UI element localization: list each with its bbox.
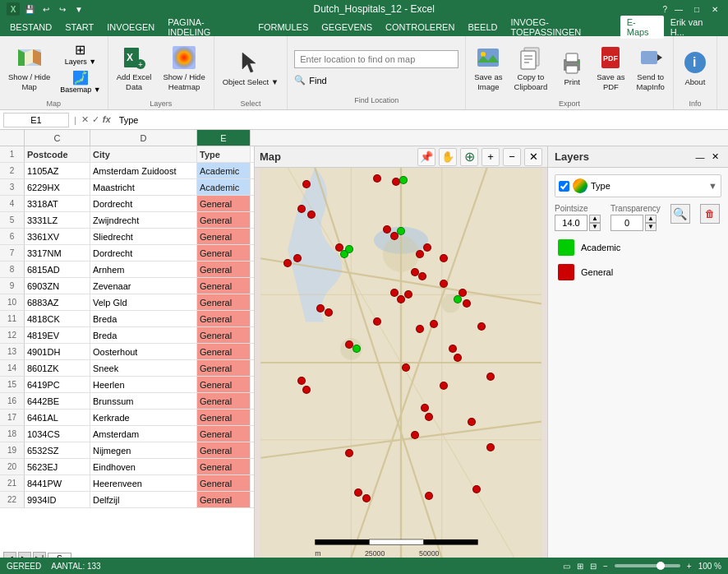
find-button[interactable]: 🔍 Find — [294, 75, 458, 86]
cell-e18[interactable]: General — [197, 426, 251, 442]
cell-c22[interactable]: 9934ID — [25, 492, 90, 507]
menu-controleren[interactable]: CONTROLEREN — [379, 21, 461, 34]
row-num-10[interactable]: 10 — [0, 294, 25, 310]
transparency-input[interactable] — [611, 215, 643, 231]
object-select-button[interactable]: Object Select ▼ — [218, 39, 284, 97]
cell-c20[interactable]: 5623EJ — [25, 459, 90, 474]
row-num-9[interactable]: 9 — [0, 278, 25, 294]
cell-c19[interactable]: 6532SZ — [25, 442, 90, 458]
col-header-c[interactable]: C — [25, 130, 90, 146]
cell-e2[interactable]: Academic — [197, 163, 251, 178]
cell-e10[interactable]: General — [197, 294, 251, 310]
menu-beeld[interactable]: BEELD — [461, 21, 504, 34]
maximize-btn[interactable]: □ — [690, 2, 703, 16]
layers-panel-close-btn[interactable]: ✕ — [708, 150, 721, 164]
map-minus-btn[interactable]: − — [503, 148, 521, 166]
row-num-11[interactable]: 11 — [0, 311, 25, 326]
cell-d17[interactable]: Kerkrade — [90, 410, 197, 425]
view-page-break-btn[interactable]: ⊟ — [590, 562, 597, 571]
cell-e4[interactable]: General — [197, 196, 251, 211]
filter-button[interactable]: 🔍 — [670, 204, 690, 224]
cell-e19[interactable]: General — [197, 442, 251, 458]
cell-c21[interactable]: 8441PW — [25, 475, 90, 491]
menu-invoeg-toepassingen[interactable]: INVOEG­TOEPASSINGEN — [504, 16, 620, 39]
menu-gegevens[interactable]: GEGEVENS — [315, 21, 379, 34]
cell-c12[interactable]: 4819EV — [25, 327, 90, 343]
row-num-17[interactable]: 17 — [0, 410, 25, 425]
copy-to-clipboard-button[interactable]: Copy toClipboard — [509, 39, 553, 97]
row-num-14[interactable]: 14 — [0, 360, 25, 376]
add-excel-data-button[interactable]: X + Add ExcelData — [112, 39, 157, 97]
menu-pagina-indeling[interactable]: PAGINA-INDELING — [161, 16, 251, 39]
undo-btn[interactable]: ↩ — [39, 2, 53, 16]
menu-emaps[interactable]: E-Maps — [620, 16, 664, 39]
close-btn[interactable]: ✕ — [708, 2, 721, 16]
map-add-btn[interactable]: + — [481, 148, 500, 166]
cell-d19[interactable]: Nijmegen — [90, 442, 197, 458]
layer-type-checkbox[interactable] — [559, 181, 569, 192]
transparency-down-btn[interactable]: ▼ — [645, 223, 657, 231]
transparency-up-btn[interactable]: ▲ — [645, 215, 657, 223]
cell-e20[interactable]: General — [197, 459, 251, 474]
map-pin-btn[interactable]: 📌 — [417, 148, 435, 166]
row-num-2[interactable]: 2 — [0, 163, 25, 178]
map-zoom-in-btn[interactable]: ⊕ — [460, 148, 478, 166]
cell-c14[interactable]: 8601ZK — [25, 360, 90, 376]
cell-d12[interactable]: Breda — [90, 327, 197, 343]
cell-c11[interactable]: 4818CK — [25, 311, 90, 326]
cell-e12[interactable]: General — [197, 327, 251, 343]
row-num-16[interactable]: 16 — [0, 393, 25, 409]
cell-d6[interactable]: Sliedrecht — [90, 229, 197, 244]
customize-btn[interactable]: ▼ — [72, 2, 85, 16]
cell-c4[interactable]: 3318AT — [25, 196, 90, 211]
help-btn[interactable]: ? — [662, 5, 667, 14]
row-num-21[interactable]: 21 — [0, 475, 25, 491]
cell-d1[interactable]: City — [90, 146, 197, 162]
cell-d14[interactable]: Sneek — [90, 360, 197, 376]
cell-e16[interactable]: General — [197, 393, 251, 409]
menu-invoegen[interactable]: INVOEGEN — [100, 21, 161, 34]
cell-d10[interactable]: Velp Gld — [90, 294, 197, 310]
name-box[interactable] — [3, 113, 69, 127]
row-num-18[interactable]: 18 — [0, 426, 25, 442]
row-num-4[interactable]: 4 — [0, 196, 25, 211]
cell-e7[interactable]: General — [197, 245, 251, 261]
cancel-formula-btn[interactable]: ✕ — [81, 114, 89, 125]
cell-d3[interactable]: Maastricht — [90, 179, 197, 195]
redo-btn[interactable]: ↪ — [56, 2, 69, 16]
confirm-formula-btn[interactable]: ✓ — [92, 114, 99, 125]
cell-d21[interactable]: Heerenveen — [90, 475, 197, 491]
cell-e3[interactable]: Academic — [197, 179, 251, 195]
cell-e8[interactable]: General — [197, 262, 251, 277]
print-button[interactable]: Print — [554, 39, 590, 97]
cell-d7[interactable]: Dordrecht — [90, 245, 197, 261]
cell-d20[interactable]: Eindhoven — [90, 459, 197, 474]
find-location-input[interactable] — [294, 50, 458, 68]
map-canvas[interactable]: m 25000 50000 — [255, 168, 547, 558]
cell-e15[interactable]: General — [197, 377, 251, 392]
view-normal-btn[interactable]: ▭ — [563, 562, 570, 571]
basemap-button[interactable]: 🗾 Basemap ▼ — [57, 69, 104, 95]
cell-d2[interactable]: Amsterdam Zuidoost — [90, 163, 197, 178]
row-num-3[interactable]: 3 — [0, 179, 25, 195]
cell-c8[interactable]: 6815AD — [25, 262, 90, 277]
pointsize-down-btn[interactable]: ▼ — [589, 223, 601, 231]
cell-c15[interactable]: 6419PC — [25, 377, 90, 392]
col-header-d[interactable]: D — [90, 130, 197, 146]
row-num-1[interactable]: 1 — [0, 146, 25, 162]
cell-d9[interactable]: Zevenaar — [90, 278, 197, 294]
save-as-pdf-button[interactable]: PDF Save asPDF — [592, 39, 629, 97]
show-hide-map-button[interactable]: Show / HideMap — [3, 39, 55, 97]
cell-c5[interactable]: 3331LZ — [25, 212, 90, 228]
show-hide-heatmap-button[interactable]: Show / HideHeatmap — [158, 39, 210, 97]
row-num-22[interactable]: 22 — [0, 492, 25, 507]
pointsize-input[interactable] — [555, 215, 587, 231]
cell-e17[interactable]: General — [197, 410, 251, 425]
send-to-mapinfo-button[interactable]: Send toMapInfo — [632, 39, 670, 97]
cell-e21[interactable]: General — [197, 475, 251, 491]
cell-c16[interactable]: 6442BE — [25, 393, 90, 409]
zoom-slider[interactable] — [615, 564, 680, 567]
menu-bestand[interactable]: BESTAND — [3, 21, 58, 34]
zoom-minus-btn[interactable]: − — [603, 562, 608, 571]
row-num-6[interactable]: 6 — [0, 229, 25, 244]
